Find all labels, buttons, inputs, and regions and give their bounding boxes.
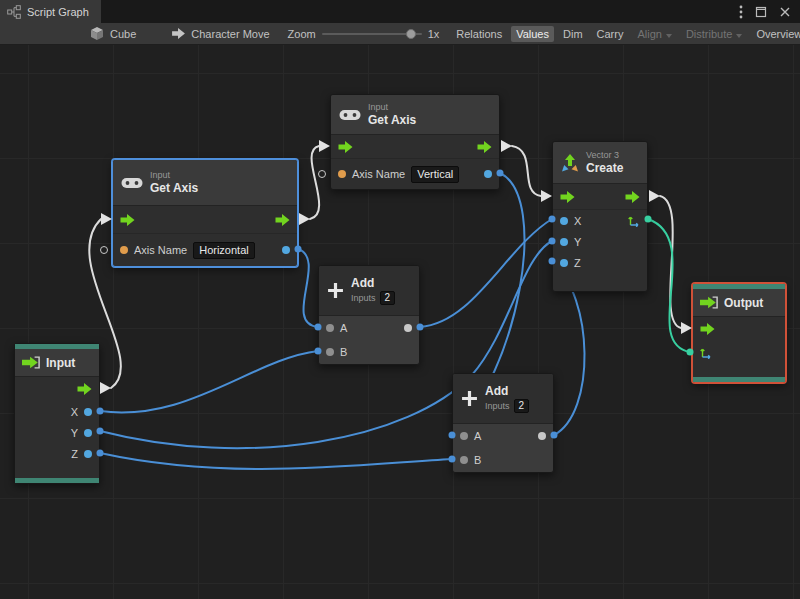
flow-in-row	[693, 317, 785, 341]
port-row-a: A	[319, 316, 419, 340]
input-port-x[interactable]	[560, 217, 568, 225]
wire-horizontal-to-add1-a[interactable]	[298, 249, 318, 327]
relations-button[interactable]: Relations	[451, 26, 507, 42]
wire-input-x-to-add1-b[interactable]	[100, 351, 318, 412]
breadcrumb-graph[interactable]: Character Move	[172, 28, 269, 40]
zoom-slider-knob[interactable]	[406, 29, 416, 39]
port-row-b: B	[319, 340, 419, 364]
output-port-z[interactable]	[84, 450, 92, 458]
wire-vector3-to-output-value[interactable]	[648, 219, 690, 352]
node-category: Input	[150, 170, 198, 181]
align-dropdown[interactable]: Align	[632, 26, 676, 42]
input-port-z[interactable]	[560, 259, 568, 267]
distribute-dropdown[interactable]: Distribute	[681, 26, 747, 42]
float-output-port[interactable]	[484, 170, 492, 178]
node-header: Add Inputs 2	[453, 374, 553, 424]
node-input[interactable]: Input X Y Z	[14, 343, 100, 484]
node-header: Input Get Axis	[331, 95, 499, 135]
chevron-down-icon	[666, 34, 672, 38]
values-button[interactable]: Values	[511, 26, 554, 42]
flow-row	[331, 135, 499, 159]
node-get-axis-horizontal[interactable]: Input Get Axis Axis Name Horizontal	[112, 159, 298, 267]
tab-script-graph[interactable]: Script Graph	[0, 0, 101, 23]
overview-button[interactable]: Overview	[751, 26, 800, 42]
breadcrumb-object[interactable]: Cube	[90, 26, 136, 41]
input-port-a[interactable]	[460, 432, 468, 440]
port-label: Axis Name	[134, 244, 187, 256]
cube-icon	[90, 26, 104, 41]
node-get-axis-vertical[interactable]: Input Get Axis Axis Name Vertical	[330, 94, 500, 190]
node-title: Output	[724, 296, 763, 310]
flow-out-arrow[interactable]	[275, 214, 290, 226]
vector-output-port axis-gizmo-icon[interactable]	[628, 215, 640, 227]
node-add-1[interactable]: Add Inputs 2 A B	[318, 265, 420, 365]
node-vector3-create[interactable]: Vector 3 Create X Y Z	[552, 141, 648, 292]
axis-name-row: Axis Name Vertical	[331, 159, 499, 189]
flow-in-arrow[interactable]	[338, 141, 353, 153]
script-graph-icon	[7, 5, 21, 19]
node-output[interactable]: Output	[692, 283, 786, 383]
node-title: Add	[351, 276, 395, 290]
output-port-x[interactable]	[84, 408, 92, 416]
maximize-icon[interactable]	[755, 6, 767, 18]
flow-in-arrow[interactable]	[700, 323, 715, 335]
string-port-icon[interactable]	[120, 246, 128, 254]
node-category: Vector 3	[586, 150, 623, 161]
breadcrumb-graph-label: Character Move	[191, 28, 269, 40]
graph-canvas[interactable]: Input X Y Z	[0, 45, 800, 599]
gamepad-icon	[339, 108, 361, 122]
inputs-label: Inputs	[485, 401, 510, 412]
port-row-x: X	[15, 401, 99, 422]
input-port-y[interactable]	[560, 238, 568, 246]
input-port-b[interactable]	[326, 348, 334, 356]
port-row-z: Z	[15, 443, 99, 464]
node-title: Create	[586, 161, 623, 175]
sum-output-port[interactable]	[404, 324, 412, 332]
wire-flow-getaxis-horizontal-to-vertical[interactable]	[310, 146, 319, 219]
flow-out-arrow[interactable]	[77, 383, 92, 395]
vector-input-port axis-gizmo-icon[interactable]	[700, 347, 712, 359]
port-row-z: Z	[553, 252, 647, 273]
tab-bar: Script Graph	[0, 0, 800, 23]
port-label: B	[340, 346, 347, 358]
kebab-menu-icon[interactable]	[739, 5, 743, 19]
inputs-count-field[interactable]: 2	[514, 399, 530, 413]
flow-out-arrow[interactable]	[625, 191, 640, 203]
flow-row	[113, 206, 297, 234]
input-icon	[22, 356, 40, 369]
port-label: Y	[71, 427, 78, 439]
inputs-label: Inputs	[351, 293, 376, 304]
axis-name-value[interactable]: Vertical	[411, 166, 459, 183]
input-port-a[interactable]	[326, 324, 334, 332]
wire-flow-getaxis-vertical-to-vector3[interactable]	[512, 146, 541, 196]
port-label: B	[474, 454, 481, 466]
zoom-value: 1x	[428, 28, 440, 40]
flow-in-arrow[interactable]	[120, 214, 135, 226]
unconnected-port[interactable]	[100, 246, 108, 254]
input-port-b[interactable]	[460, 456, 468, 464]
wire-add1-to-vector3-x[interactable]	[420, 219, 552, 327]
zoom-slider[interactable]	[322, 28, 422, 40]
window-controls	[739, 0, 800, 23]
gamepad-icon	[121, 176, 143, 190]
node-add-2[interactable]: Add Inputs 2 A B	[452, 373, 554, 473]
plus-icon	[327, 282, 344, 299]
close-icon[interactable]	[779, 6, 791, 18]
unconnected-port[interactable]	[318, 170, 326, 178]
string-port-icon[interactable]	[338, 170, 346, 178]
flow-in-arrow[interactable]	[560, 191, 575, 203]
output-port-y[interactable]	[84, 429, 92, 437]
float-output-port[interactable]	[282, 246, 290, 254]
inputs-count-field[interactable]: 2	[380, 291, 396, 305]
port-row-x: X	[553, 210, 647, 231]
carry-button[interactable]: Carry	[592, 26, 629, 42]
output-icon	[700, 296, 718, 309]
sum-output-port[interactable]	[538, 432, 546, 440]
port-label: A	[474, 430, 481, 442]
flow-out-arrow[interactable]	[477, 141, 492, 153]
port-label: A	[340, 322, 347, 334]
dim-button[interactable]: Dim	[558, 26, 588, 42]
axis-name-value[interactable]: Horizontal	[193, 242, 255, 259]
wire-input-z-to-add2-b[interactable]	[100, 453, 452, 469]
plus-icon	[461, 390, 478, 407]
